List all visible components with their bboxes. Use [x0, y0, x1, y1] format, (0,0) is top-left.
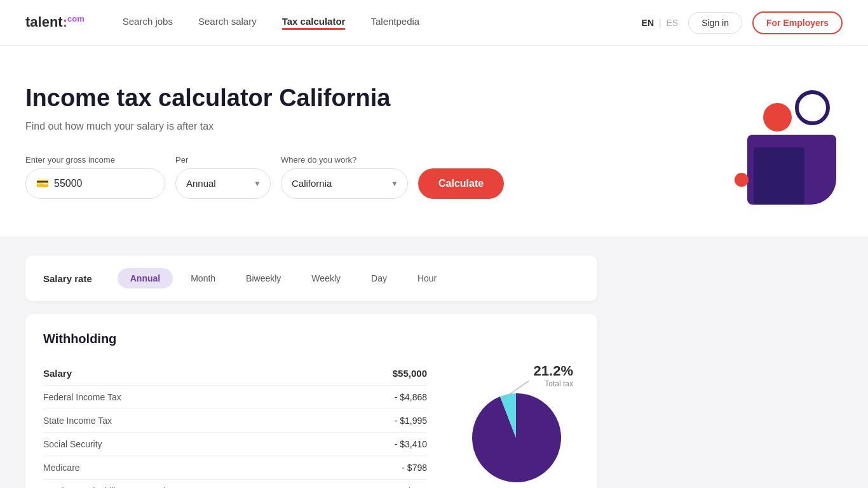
row-value: $55,000 [393, 368, 427, 379]
chart-label: 21.2% Total tax [534, 363, 573, 388]
chart-percentage: 21.2% [534, 363, 573, 379]
lang-es[interactable]: ES [666, 18, 678, 28]
location-select-wrapper[interactable]: California New York Texas Florida ▼ [281, 168, 408, 199]
gross-income-group: Enter your gross income 💳 [25, 155, 165, 199]
nav-links: Search jobs Search salary Tax calculator… [123, 16, 642, 30]
nav-talentpedia[interactable]: Talentpedia [370, 16, 419, 30]
rate-tab-day[interactable]: Day [358, 268, 400, 288]
withholding-title: Withholding [43, 332, 580, 346]
for-employers-button[interactable]: For Employers [752, 11, 843, 34]
withholding-card: Withholding Salary $55,000 Federal Incom… [25, 314, 597, 488]
chart-total-label: Total tax [534, 379, 573, 388]
hero-illustration [703, 84, 843, 211]
rate-tabs: Annual Month Biweekly Weekly Day Hour [118, 268, 450, 288]
table-row: Federal Income Tax - $4,868 [43, 386, 427, 409]
hero-section: Income tax calculator California Find ou… [0, 46, 868, 236]
illustration-outline-circle [795, 90, 830, 125]
logo[interactable]: talent:com [25, 14, 85, 30]
gross-income-input-wrapper: 💳 [25, 168, 165, 199]
row-label: Medicare [43, 463, 80, 473]
rate-tab-annual[interactable]: Annual [118, 268, 173, 288]
rate-tab-biweekly[interactable]: Biweekly [233, 268, 294, 288]
salary-rate-label: Salary rate [43, 273, 92, 284]
rate-tab-hour[interactable]: Hour [405, 268, 449, 288]
pie-chart-svg [465, 387, 567, 488]
location-group: Where do you work? California New York T… [281, 155, 408, 199]
row-label: State Income Tax [43, 416, 112, 426]
page-title: Income tax calculator California [25, 84, 521, 113]
where-label: Where do you work? [281, 155, 408, 165]
navigation: talent:com Search jobs Search salary Tax… [0, 0, 868, 46]
calculate-button[interactable]: Calculate [418, 168, 504, 199]
nav-search-jobs[interactable]: Search jobs [123, 16, 173, 30]
money-icon: 💳 [36, 177, 49, 189]
nav-right: EN | ES Sign in For Employers [642, 11, 843, 34]
withholding-table: Salary $55,000 Federal Income Tax - $4,8… [43, 362, 427, 488]
per-select-wrapper[interactable]: Annual Monthly Biweekly Weekly Daily Hou… [175, 168, 271, 199]
per-label: Per [175, 155, 271, 165]
chart-segment-net [472, 393, 561, 482]
results-section: Salary rate Annual Month Biweekly Weekly… [0, 236, 868, 488]
pie-chart-container: 21.2% Total tax [452, 362, 580, 488]
logo-text: talent:com [25, 14, 85, 30]
rate-tab-month[interactable]: Month [178, 268, 228, 288]
location-select[interactable]: California New York Texas Florida [292, 178, 397, 189]
row-value: - $1,995 [395, 416, 427, 426]
lang-en[interactable]: EN [642, 18, 654, 28]
rate-tab-weekly[interactable]: Weekly [299, 268, 353, 288]
table-row: State Income Tax - $1,995 [43, 409, 427, 433]
withholding-content: Salary $55,000 Federal Income Tax - $4,8… [43, 362, 580, 488]
row-value: - $798 [402, 463, 427, 473]
language-switcher: EN | ES [642, 18, 679, 28]
row-value: - $3,410 [395, 439, 427, 449]
table-row: Medicare - $798 [43, 456, 427, 480]
gross-income-input[interactable] [54, 178, 154, 189]
per-group: Per Annual Monthly Biweekly Weekly Daily… [175, 155, 271, 199]
gross-income-label: Enter your gross income [25, 155, 165, 165]
row-label: Social Security [43, 439, 102, 449]
table-row: Salary $55,000 [43, 362, 427, 386]
row-label: Federal Income Tax [43, 392, 121, 402]
illustration-red-circle [763, 103, 792, 132]
salary-rate-card: Salary rate Annual Month Biweekly Weekly… [25, 255, 597, 301]
hero-content: Income tax calculator California Find ou… [25, 84, 521, 199]
hero-subtitle: Find out how much your salary is after t… [25, 121, 521, 132]
illustration-small-circle [735, 173, 749, 187]
table-row: Social Security - $3,410 [43, 433, 427, 456]
illustration-dark-rect [754, 147, 804, 205]
row-label: Salary [43, 368, 72, 379]
calculator-form: Enter your gross income 💳 Per Annual Mon… [25, 155, 521, 199]
table-row: SDI (State Disability Insurance) - $605 [43, 480, 427, 488]
row-value: - $4,868 [395, 392, 427, 402]
signin-button[interactable]: Sign in [688, 12, 742, 34]
pie-chart-wrapper: 21.2% Total tax [465, 387, 567, 488]
nav-search-salary[interactable]: Search salary [198, 16, 257, 30]
nav-tax-calculator[interactable]: Tax calculator [282, 16, 346, 30]
results-inner: Salary rate Annual Month Biweekly Weekly… [25, 255, 597, 488]
per-select[interactable]: Annual Monthly Biweekly Weekly Daily Hou… [186, 178, 260, 189]
